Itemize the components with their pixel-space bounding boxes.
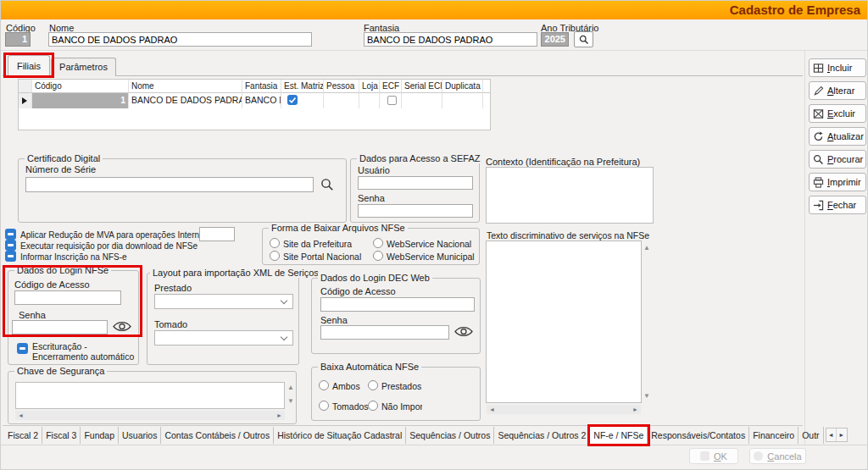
sefaz-usuario-input[interactable] <box>358 176 473 190</box>
scroll-down-icon[interactable]: ▼ <box>287 398 294 405</box>
radio-site-prefeitura[interactable] <box>270 238 280 248</box>
grid-col-est-matriz: Est. Matriz <box>281 80 324 93</box>
prestado-select[interactable] <box>154 294 293 309</box>
nfse-codigo-acesso-input[interactable] <box>14 290 121 305</box>
header-divider <box>1 50 868 51</box>
chave-seguranca-title: Chave de Segurança <box>14 366 107 376</box>
tab-usuarios[interactable]: Usuarios <box>119 427 161 444</box>
cancela-icon <box>754 451 763 461</box>
numero-serie-input[interactable] <box>25 177 314 192</box>
texto-hscrollbar[interactable]: ◄► <box>487 405 641 414</box>
excluir-button[interactable]: Excluir <box>809 104 866 123</box>
certificado-search-icon[interactable] <box>320 178 334 191</box>
search-icon <box>813 154 824 165</box>
texto-discriminativo-textarea[interactable] <box>486 241 642 403</box>
tab-sequencias-outros[interactable]: Sequências / Outros <box>406 427 494 444</box>
scroll-right-icon[interactable]: ► <box>632 406 638 412</box>
nome-input[interactable] <box>48 32 312 47</box>
tab-historico-situacao[interactable]: Histórico de Situação Cadastral <box>274 427 406 444</box>
radio-nao-importa[interactable] <box>368 401 378 411</box>
radio-webservice-municipal[interactable] <box>373 251 383 261</box>
inscricao-checkbox[interactable] <box>5 251 16 262</box>
radio-ambos[interactable] <box>319 380 329 390</box>
incluir-button[interactable]: Incluir <box>809 58 866 77</box>
contexto-textarea[interactable] <box>486 167 654 224</box>
fechar-button[interactable]: Fechar <box>809 196 866 214</box>
cell-serial-ecf <box>402 93 442 108</box>
check-icon <box>287 95 298 105</box>
sefaz-senha-input[interactable] <box>358 204 473 218</box>
chevron-down-icon <box>281 297 287 304</box>
tab-nfe-nfse[interactable]: NF-e / NFSe <box>590 427 648 444</box>
table-row[interactable]: 1 BANCO DE DADOS PADRAO BANCO DE DADOS P… <box>19 93 490 108</box>
cell-nome: BANCO DE DADOS PADRAO <box>129 93 242 108</box>
atualizar-button[interactable]: Atualizar <box>809 127 866 146</box>
mva-checkbox[interactable] <box>5 229 16 240</box>
delete-x-icon <box>813 108 824 119</box>
grid-col-codigo: Código <box>32 80 129 93</box>
radio-webservice-nacional[interactable] <box>373 238 383 248</box>
incluir-label: Incluir <box>827 63 852 73</box>
mva-value-input[interactable] <box>199 227 235 241</box>
table-grid-icon <box>813 63 824 74</box>
radio-tomados[interactable] <box>319 401 329 411</box>
dec-codigo-acesso-input[interactable] <box>320 297 475 312</box>
tab-fiscal-2[interactable]: Fiscal 2 <box>4 427 42 444</box>
login-nfse-group: Dados do Login NFSe Código de Acesso Sen… <box>8 270 139 365</box>
scroll-up-icon[interactable]: ▲ <box>287 384 294 391</box>
scroll-left-icon[interactable]: ◄ <box>489 406 495 412</box>
chave-hscrollbar[interactable]: ◄► <box>15 411 285 420</box>
cancela-button[interactable]: Cancela <box>749 448 806 464</box>
filiais-grid[interactable]: Código Nome Fantasia Est. Matriz Pessoa … <box>18 79 491 130</box>
nfse-eye-icon[interactable] <box>112 319 132 334</box>
tab-filiais[interactable]: Filiais <box>8 55 50 76</box>
tab-fiscal-3[interactable]: Fiscal 3 <box>42 427 81 444</box>
scroll-up-icon[interactable]: ▲ <box>643 245 650 252</box>
sefaz-senha-label: Senha <box>358 193 385 203</box>
nfse-senha-input[interactable] <box>12 320 108 335</box>
radio-site-portal-nacional[interactable] <box>270 251 280 261</box>
scroll-down-icon[interactable]: ▼ <box>643 393 650 400</box>
alterar-button[interactable]: Alterar <box>809 81 866 100</box>
radio-ambos-label: Ambos <box>332 381 360 391</box>
tab-scroll-right-icon[interactable]: ► <box>837 429 847 441</box>
tab-sequencias-outros-2[interactable]: Sequências / Outros 2 <box>494 427 590 444</box>
texto-discriminativo-label: Texto discriminativo de serviços na NFSe <box>487 230 649 241</box>
cell-loja <box>359 93 380 108</box>
sefaz-usuario-label: Usuário <box>358 165 390 175</box>
chave-seguranca-group: Chave de Segurança ▲ ▼ ◄► <box>8 371 297 424</box>
tab-scroll-left-icon[interactable]: ◄ <box>826 429 837 441</box>
scroll-right-icon[interactable]: ► <box>276 412 282 418</box>
baixa-automatica-title: Baixa Automática NFSe <box>318 362 421 372</box>
imprimir-button[interactable]: Imprimir <box>809 173 866 191</box>
tab-financeiro[interactable]: Financeiro <box>749 427 798 444</box>
forma-baixar-title: Forma de Baixar Arquivos NFSe <box>269 223 408 233</box>
tab-fundap[interactable]: Fundap <box>81 427 119 444</box>
grid-col-fantasia: Fantasia <box>242 80 281 93</box>
codigo-field: 1 <box>5 32 31 47</box>
radio-prestados[interactable] <box>368 380 378 390</box>
procurar-button[interactable]: Procurar <box>809 150 866 169</box>
ano-search-button[interactable] <box>574 31 593 47</box>
est-matriz-checkbox-checked[interactable] <box>287 95 298 105</box>
contexto-label: Contexto (Identificação na Prefeitura) <box>486 157 640 167</box>
dec-senha-input[interactable] <box>320 325 449 340</box>
tab-parametros[interactable]: Parâmetros <box>51 58 116 76</box>
tomado-select[interactable] <box>154 330 293 346</box>
requisicao-checkbox-label: Executar requisição por dia download de … <box>20 241 198 251</box>
dec-eye-icon[interactable] <box>453 324 474 339</box>
bottom-tabs-border <box>3 425 803 426</box>
chave-seguranca-textarea[interactable] <box>15 382 285 409</box>
fantasia-input[interactable] <box>364 32 537 47</box>
requisicao-checkbox[interactable] <box>5 240 16 251</box>
tab-responsaveis-contatos[interactable]: Responsáveis/Contatos <box>648 427 749 444</box>
footer-divider <box>1 445 868 445</box>
scroll-left-icon[interactable]: ◄ <box>18 412 24 418</box>
ok-button[interactable]: OK <box>689 448 738 464</box>
numero-serie-label: Número de Série <box>25 164 96 174</box>
tab-outros-clipped[interactable]: Outr <box>798 427 823 444</box>
escrituracao-checkbox[interactable] <box>17 343 28 354</box>
ecf-checkbox-unchecked[interactable] <box>387 96 397 105</box>
tab-contas-contabeis[interactable]: Contas Contábeis / Outros <box>161 427 274 444</box>
cell-duplicata <box>442 93 483 108</box>
